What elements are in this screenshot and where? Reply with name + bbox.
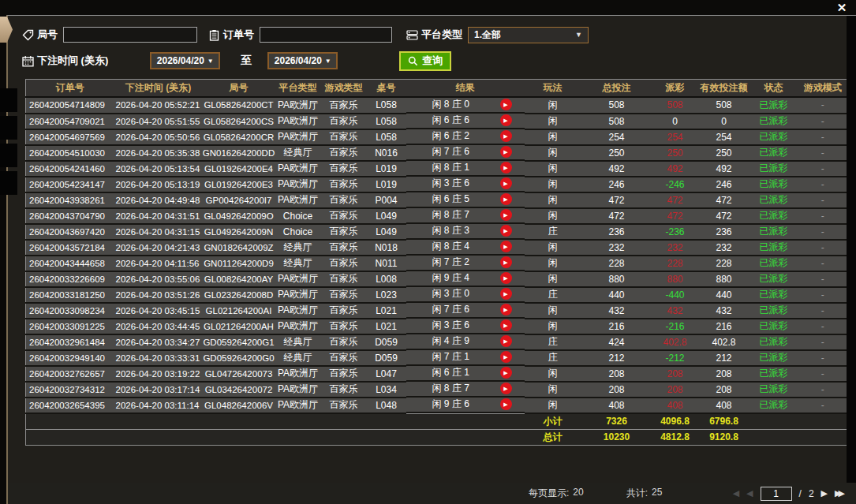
platform-type-select[interactable]: 1.全部 ▼ bbox=[468, 27, 589, 43]
cell-payout: 208 bbox=[652, 366, 698, 382]
last-page-button[interactable]: ▶▶ bbox=[835, 488, 842, 498]
play-icon[interactable]: ▶ bbox=[500, 383, 512, 394]
page-input[interactable]: 1 bbox=[761, 487, 792, 501]
page-divider: / bbox=[799, 488, 802, 499]
calendar-icon bbox=[22, 55, 34, 67]
cell-table-number: L021 bbox=[367, 303, 406, 319]
cell-play-type: 闲 bbox=[525, 256, 581, 271]
cell-game-type: 百家乐 bbox=[321, 177, 367, 192]
cell-play-type: 闲 bbox=[525, 319, 581, 334]
first-page-button[interactable]: ◀ bbox=[733, 488, 739, 498]
result-text: 闲 8 庄 3 bbox=[432, 224, 495, 237]
play-icon[interactable]: ▶ bbox=[500, 99, 512, 110]
cell-payout: 880 bbox=[652, 271, 698, 287]
cell-status: 已派彩 bbox=[750, 271, 798, 287]
cell-game-mode: - bbox=[798, 192, 849, 208]
cell-order-number: 260420032949140 bbox=[26, 350, 114, 366]
cell-platform-type: PA欧洲厅 bbox=[275, 366, 321, 382]
play-icon[interactable]: ▶ bbox=[500, 225, 512, 237]
play-icon[interactable]: ▶ bbox=[500, 351, 512, 363]
subtotal-payout: 4096.8 bbox=[652, 413, 698, 429]
play-icon[interactable]: ▶ bbox=[500, 272, 512, 284]
cell-round-number: GN011264200D9 bbox=[203, 256, 275, 271]
cell-game-type: 百家乐 bbox=[321, 224, 367, 240]
cell-play-type: 闲 bbox=[525, 161, 581, 177]
order-number-input[interactable] bbox=[260, 27, 392, 43]
table-row: 260420054234147 2026-04-20 05:13:19 GL01… bbox=[26, 177, 849, 192]
cell-order-number: 260420033181250 bbox=[26, 287, 114, 303]
play-icon[interactable]: ▶ bbox=[500, 319, 512, 331]
cell-status: 已派彩 bbox=[750, 350, 798, 366]
col-play-type: 玩法 bbox=[525, 80, 581, 97]
cell-round-number: GL019264200E3 bbox=[203, 177, 275, 192]
filter-row-2: 下注时间 (美东) 2026/04/20 ▼ 至 2026/04/20 ▼ 查询 bbox=[22, 50, 451, 71]
cell-bet-time: 2026-04-20 03:44:45 bbox=[114, 319, 203, 334]
cell-bet-time: 2026-04-20 05:52:21 bbox=[114, 97, 203, 114]
filter-row-1: 局号 订单号 平台类型 1.全部 ▼ bbox=[22, 25, 589, 44]
cell-game-type: 百家乐 bbox=[321, 382, 367, 398]
cell-platform-type: 经典厅 bbox=[275, 145, 321, 161]
cell-total-bet: 880 bbox=[581, 271, 652, 287]
table-row: 260420033098234 2026-04-20 03:45:15 GL02… bbox=[26, 303, 849, 319]
date-from-picker[interactable]: 2026/04/20 ▼ bbox=[150, 52, 220, 69]
result-text: 闲 8 庄 4 bbox=[432, 240, 495, 253]
cell-play-type: 闲 bbox=[525, 303, 581, 319]
cell-game-mode: - bbox=[798, 240, 849, 256]
cell-game-type: 百家乐 bbox=[321, 208, 367, 224]
play-icon[interactable]: ▶ bbox=[500, 288, 512, 300]
cell-table-number: D059 bbox=[367, 350, 406, 366]
cell-table-number: L023 bbox=[367, 287, 406, 303]
close-button[interactable]: ✕ bbox=[835, 1, 849, 14]
cell-total-bet: 236 bbox=[581, 224, 652, 240]
play-icon[interactable]: ▶ bbox=[500, 162, 512, 174]
cell-play-type: 闲 bbox=[525, 398, 581, 414]
cell-platform-type: PA欧洲厅 bbox=[275, 303, 321, 319]
cell-table-number: L049 bbox=[367, 224, 406, 240]
play-icon[interactable]: ▶ bbox=[500, 114, 512, 126]
cell-bet-time: 2026-04-20 04:31:51 bbox=[114, 208, 203, 224]
prev-page-button[interactable]: ◀ bbox=[746, 488, 753, 498]
cell-valid-bet: 472 bbox=[698, 192, 750, 208]
bet-records-panel: 局号 订单号 平台类型 1.全部 ▼ bbox=[6, 15, 856, 504]
cell-valid-bet: 250 bbox=[698, 145, 750, 161]
play-icon[interactable]: ▶ bbox=[500, 304, 512, 315]
cell-valid-bet: 402.8 bbox=[698, 334, 750, 350]
cell-status: 已派彩 bbox=[750, 319, 798, 334]
play-icon[interactable]: ▶ bbox=[500, 335, 512, 347]
play-icon[interactable]: ▶ bbox=[500, 177, 512, 189]
round-number-input[interactable] bbox=[63, 27, 197, 43]
cell-payout: 402.8 bbox=[652, 334, 698, 350]
table-header-row: 订单号 下注时间 (美东) 局号 平台类型 游戏类型 桌号 结果 玩法 总投注 … bbox=[26, 80, 849, 97]
play-icon[interactable]: ▶ bbox=[500, 209, 512, 221]
cell-total-bet: 424 bbox=[581, 334, 652, 350]
platform-type-value: 1.全部 bbox=[474, 28, 501, 42]
cell-play-type: 闲 bbox=[525, 145, 581, 161]
cell-game-mode: - bbox=[798, 256, 849, 271]
cell-payout: 228 bbox=[652, 256, 698, 271]
cell-total-bet: 492 bbox=[581, 161, 652, 177]
date-to-picker[interactable]: 2026/04/20 ▼ bbox=[267, 52, 338, 69]
total-row: 总计 10230 4812.8 9120.8 bbox=[26, 429, 849, 445]
cell-result: 闲 8 庄 7 ▶ bbox=[406, 208, 525, 224]
search-button[interactable]: 查询 bbox=[399, 51, 451, 71]
play-icon[interactable]: ▶ bbox=[500, 130, 512, 142]
play-icon[interactable]: ▶ bbox=[500, 256, 512, 268]
next-page-button[interactable]: ▶ bbox=[821, 488, 828, 498]
play-icon[interactable]: ▶ bbox=[500, 398, 512, 410]
play-icon[interactable]: ▶ bbox=[500, 146, 512, 158]
cell-game-mode: - bbox=[798, 334, 849, 350]
cell-game-mode: - bbox=[798, 271, 849, 287]
play-icon[interactable]: ▶ bbox=[500, 367, 512, 379]
play-icon[interactable]: ▶ bbox=[500, 193, 512, 205]
table-row: 260420054241460 2026-04-20 05:13:54 GL01… bbox=[26, 161, 849, 177]
bet-records-table: 订单号 下注时间 (美东) 局号 平台类型 游戏类型 桌号 结果 玩法 总投注 … bbox=[25, 79, 849, 446]
cell-payout: 232 bbox=[652, 240, 698, 256]
play-icon[interactable]: ▶ bbox=[500, 241, 512, 252]
col-game-mode: 游戏模式 bbox=[798, 80, 849, 97]
cell-round-number: GL0492642009N bbox=[203, 224, 275, 240]
cell-payout: -212 bbox=[652, 350, 698, 366]
cell-payout: -246 bbox=[652, 177, 698, 192]
cell-play-type: 闲 bbox=[525, 97, 581, 114]
cell-table-number: P004 bbox=[367, 192, 406, 208]
table-row: 260420033091225 2026-04-20 03:44:45 GL02… bbox=[26, 319, 849, 334]
